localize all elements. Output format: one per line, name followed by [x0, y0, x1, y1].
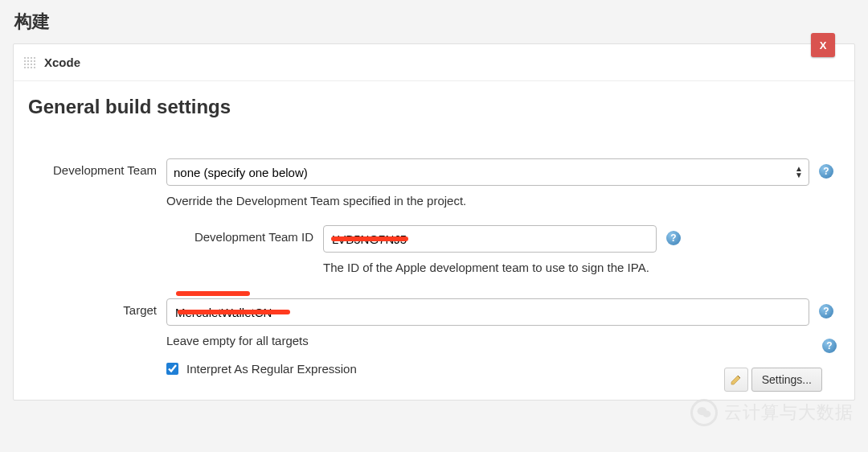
edit-button[interactable]: [724, 368, 748, 392]
dev-team-select[interactable]: none (specify one below): [166, 158, 809, 186]
target-label: Target: [30, 298, 166, 317]
regex-label: Interpret As Regular Expression: [186, 362, 357, 376]
redaction-mark: [331, 236, 408, 241]
pencil-icon: [730, 373, 743, 386]
panel-header: Xcode: [14, 44, 854, 81]
settings-button[interactable]: Settings...: [751, 368, 822, 392]
watermark: 云计算与大数据: [690, 399, 854, 426]
dev-team-id-label: Development Team ID: [166, 225, 323, 244]
wechat-icon: [690, 399, 718, 426]
target-help-text: Leave empty for all targets: [166, 334, 809, 347]
close-button[interactable]: X: [811, 33, 835, 57]
redaction-mark: [178, 310, 290, 314]
help-icon[interactable]: ?: [822, 339, 837, 353]
help-icon[interactable]: ?: [819, 164, 833, 179]
dev-team-help-text: Override the Development Team specified …: [166, 194, 809, 208]
dev-team-label: Development Team: [30, 158, 166, 177]
help-icon[interactable]: ?: [819, 304, 833, 318]
dev-team-id-help-text: The ID of the Apple development team to …: [323, 261, 657, 274]
drag-handle-icon[interactable]: [23, 56, 36, 69]
xcode-panel: X Xcode General build settings Developme…: [13, 43, 855, 401]
regex-checkbox[interactable]: [166, 363, 178, 375]
page-title: 构建: [0, 0, 868, 43]
svg-point-0: [698, 407, 707, 415]
help-icon[interactable]: ?: [666, 231, 681, 245]
svg-point-1: [702, 411, 710, 417]
redaction-mark: [176, 291, 250, 296]
section-title: General build settings: [14, 81, 854, 126]
panel-name: Xcode: [44, 55, 80, 69]
